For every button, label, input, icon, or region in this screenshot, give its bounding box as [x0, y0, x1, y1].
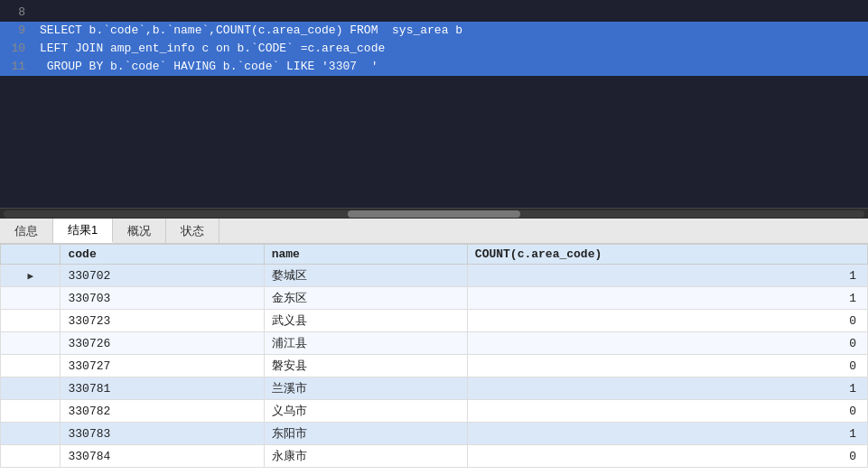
cell-code: 330781	[61, 377, 264, 400]
code-line-11: 11 GROUP BY b.`code` HAVING b.`code` LIK…	[0, 58, 868, 76]
code-line-9: 9SELECT b.`code`,b.`name`,COUNT(c.area_c…	[0, 22, 868, 40]
line-content: GROUP BY b.`code` HAVING b.`code` LIKE '…	[36, 58, 868, 76]
table-row[interactable]: 330723武义县0	[1, 310, 868, 332]
code-editor: 89SELECT b.`code`,b.`name`,COUNT(c.area_…	[0, 0, 868, 208]
col-header-name: name	[264, 245, 467, 265]
tabs-bar: 信息结果1概况状态	[0, 219, 868, 244]
cell-count: 0	[467, 332, 867, 355]
cell-name: 东阳市	[264, 423, 467, 445]
table-row[interactable]: 330781兰溪市1	[1, 377, 868, 400]
line-number: 9	[0, 22, 36, 40]
cell-name: 武义县	[264, 310, 467, 332]
table-row[interactable]: ▶330702婺城区1	[1, 265, 868, 287]
tab-overview[interactable]: 概况	[113, 219, 166, 243]
cell-code: 330784	[61, 445, 264, 468]
table-row[interactable]: 330783东阳市1	[1, 423, 868, 445]
table-row[interactable]: 330726浦江县0	[1, 332, 868, 355]
cell-count: 1	[467, 265, 867, 287]
table-header: code name COUNT(c.area_code)	[1, 245, 868, 265]
scrollbar-thumb[interactable]	[348, 210, 520, 218]
cell-count: 0	[467, 355, 867, 377]
row-indicator	[1, 355, 61, 377]
line-content: SELECT b.`code`,b.`name`,COUNT(c.area_co…	[36, 22, 868, 40]
horizontal-scrollbar[interactable]	[0, 208, 868, 219]
row-indicator	[1, 445, 61, 468]
col-header-count: COUNT(c.area_code)	[467, 245, 867, 265]
row-indicator: ▶	[1, 265, 61, 287]
bottom-panel: 信息结果1概况状态 code name COUNT(c.area_code) ▶…	[0, 219, 868, 475]
cell-name: 永康市	[264, 445, 467, 468]
line-content	[36, 4, 868, 22]
tab-result1[interactable]: 结果1	[53, 219, 113, 243]
code-line-8: 8	[0, 4, 868, 22]
cell-count: 1	[467, 287, 867, 310]
scrollbar-track[interactable]	[4, 210, 864, 218]
row-indicator	[1, 377, 61, 400]
col-header-indicator	[1, 245, 61, 265]
line-number: 10	[0, 40, 36, 58]
cell-code: 330726	[61, 332, 264, 355]
tab-info[interactable]: 信息	[0, 219, 53, 243]
code-line-10: 10LEFT JOIN amp_ent_info c on b.`CODE` =…	[0, 40, 868, 58]
table-row[interactable]: 330782义乌市0	[1, 400, 868, 423]
row-indicator	[1, 287, 61, 310]
line-content: LEFT JOIN amp_ent_info c on b.`CODE` =c.…	[36, 40, 868, 58]
cell-count: 0	[467, 400, 867, 423]
cell-count: 1	[467, 377, 867, 400]
col-header-code: code	[61, 245, 264, 265]
cell-code: 330783	[61, 423, 264, 445]
table-row[interactable]: 330727磐安县0	[1, 355, 868, 377]
table-row[interactable]: 330703金东区1	[1, 287, 868, 310]
code-lines: 89SELECT b.`code`,b.`name`,COUNT(c.area_…	[0, 0, 868, 79]
cell-name: 兰溪市	[264, 377, 467, 400]
row-indicator	[1, 400, 61, 423]
row-indicator	[1, 332, 61, 355]
tab-status[interactable]: 状态	[166, 219, 219, 243]
cell-name: 义乌市	[264, 400, 467, 423]
cell-name: 婺城区	[264, 265, 467, 287]
line-number: 11	[0, 58, 36, 76]
table-row[interactable]: 330784永康市0	[1, 445, 868, 468]
cell-name: 金东区	[264, 287, 467, 310]
row-indicator	[1, 310, 61, 332]
cell-name: 磐安县	[264, 355, 467, 377]
data-table: code name COUNT(c.area_code) ▶330702婺城区1…	[0, 244, 868, 468]
cell-count: 1	[467, 423, 867, 445]
cell-count: 0	[467, 310, 867, 332]
row-indicator	[1, 423, 61, 445]
cell-code: 330782	[61, 400, 264, 423]
table-body: ▶330702婺城区1330703金东区1330723武义县0330726浦江县…	[1, 265, 868, 468]
cell-code: 330723	[61, 310, 264, 332]
cell-count: 0	[467, 445, 867, 468]
cell-code: 330702	[61, 265, 264, 287]
cell-code: 330727	[61, 355, 264, 377]
cell-code: 330703	[61, 287, 264, 310]
cell-name: 浦江县	[264, 332, 467, 355]
line-number: 8	[0, 4, 36, 22]
results-table[interactable]: code name COUNT(c.area_code) ▶330702婺城区1…	[0, 244, 868, 475]
